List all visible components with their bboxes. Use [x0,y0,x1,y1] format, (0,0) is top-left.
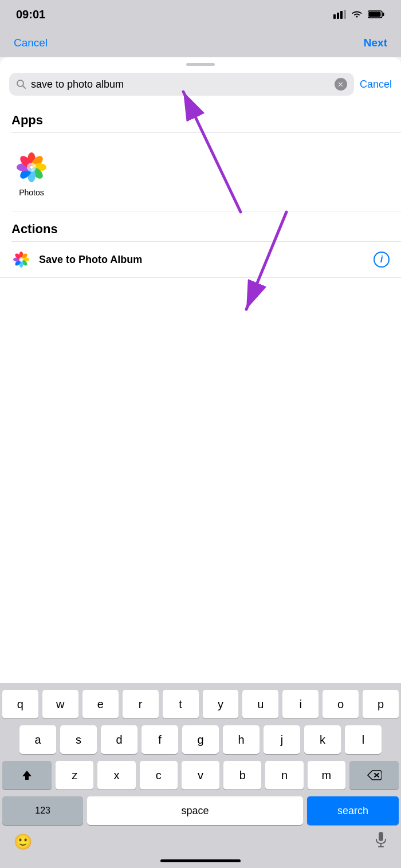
microphone-key[interactable] [375,832,387,851]
key-l[interactable]: l [345,725,382,754]
space-key[interactable]: space [87,796,303,825]
key-m[interactable]: m [308,761,345,790]
actions-section-header: Actions [0,211,401,241]
svg-rect-1 [337,13,339,19]
keyboard-row-3: z x c v b n m [2,761,399,790]
keyboard-row-1: q w e r t y u i o p [2,690,399,718]
clear-button[interactable]: ✕ [335,78,347,91]
svg-rect-0 [333,14,336,19]
key-x[interactable]: x [97,761,135,790]
numbers-key[interactable]: 123 [2,796,83,825]
home-indicator [160,859,241,862]
info-button[interactable]: i [374,252,390,268]
nav-bar: Cancel Next [0,29,401,57]
key-v[interactable]: v [182,761,219,790]
apps-section-header: Apps [0,103,401,132]
search-icon [16,79,26,89]
status-time: 09:01 [16,8,45,21]
search-input-wrapper: ✕ [9,73,354,96]
key-q[interactable]: q [2,690,38,718]
svg-point-28 [19,257,23,262]
svg-rect-6 [369,12,381,17]
key-c[interactable]: c [140,761,178,790]
app-name-photos: Photos [19,188,44,197]
key-j[interactable]: j [264,725,300,754]
photos-app-icon [11,147,52,188]
key-d[interactable]: d [101,725,137,754]
keyboard-bottom-bar: 🙂 [2,832,399,859]
apps-list: Photos [0,133,401,211]
search-bar-container: ✕ Cancel [0,66,401,103]
svg-point-18 [27,163,36,172]
shift-key[interactable] [2,761,52,790]
action-photos-icon [11,250,31,269]
key-r[interactable]: r [123,690,159,718]
wifi-icon [351,10,363,19]
emoji-key[interactable]: 🙂 [14,833,32,851]
svg-rect-2 [340,11,343,19]
key-s[interactable]: s [60,725,97,754]
cancel-button[interactable]: Cancel [360,78,392,91]
key-n[interactable]: n [265,761,303,790]
app-item-photos[interactable]: Photos [0,138,63,206]
key-u[interactable]: u [242,690,278,718]
svg-line-8 [23,86,26,89]
keyboard-row-2: a s d f g h j k l [2,725,399,754]
svg-rect-3 [344,10,346,19]
keyboard-row-4: 123 space search [2,796,399,825]
status-icons [333,10,385,19]
search-input[interactable] [31,78,330,91]
key-y[interactable]: y [203,690,239,718]
svg-rect-35 [379,832,383,841]
action-label-save-photo: Save to Photo Album [39,254,365,266]
delete-key[interactable] [349,761,399,790]
key-f[interactable]: f [141,725,178,754]
key-g[interactable]: g [182,725,219,754]
key-w[interactable]: w [42,690,78,718]
battery-icon [368,10,385,19]
key-b[interactable]: b [223,761,261,790]
status-bar: 09:01 [0,0,401,29]
svg-rect-5 [383,13,384,16]
signal-icon [333,10,346,19]
key-o[interactable]: o [323,690,359,718]
key-t[interactable]: t [163,690,199,718]
nav-cancel-button[interactable]: Cancel [14,37,48,49]
key-e[interactable]: e [82,690,119,718]
key-k[interactable]: k [304,725,341,754]
key-z[interactable]: z [56,761,93,790]
nav-next-button[interactable]: Next [364,37,387,49]
action-item-save-photo[interactable]: Save to Photo Album i [0,242,401,278]
keyboard: q w e r t y u i o p a s d f g h j k l z … [0,683,401,868]
search-key[interactable]: search [307,796,399,825]
key-h[interactable]: h [223,725,260,754]
key-i[interactable]: i [282,690,319,718]
key-p[interactable]: p [363,690,399,718]
key-a[interactable]: a [19,725,56,754]
